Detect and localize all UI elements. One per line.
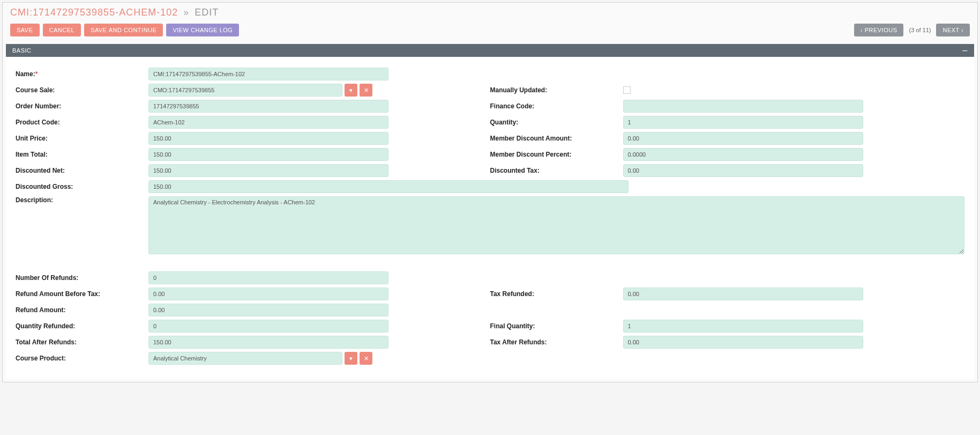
close-icon: ✕ — [364, 87, 369, 94]
quantity-refunded-field[interactable] — [148, 320, 388, 333]
label-finance-code: Finance Code: — [490, 102, 623, 110]
label-tax-after-refunds: Tax After Refunds: — [490, 338, 623, 346]
label-item-total: Item Total: — [16, 151, 148, 158]
page-mode: EDIT — [194, 7, 219, 18]
pin-icon: ▾ — [349, 87, 353, 94]
member-discount-amount-field[interactable] — [623, 132, 863, 145]
label-refund-before-tax: Refund Amount Before Tax: — [16, 290, 148, 298]
unit-price-field[interactable] — [148, 132, 388, 145]
cancel-button[interactable]: CANCEL — [43, 24, 81, 36]
title-separator: » — [183, 7, 189, 18]
chevron-right-icon: › — [961, 27, 963, 33]
label-discounted-gross: Discounted Gross: — [16, 183, 148, 190]
label-total-after-refunds: Total After Refunds: — [16, 338, 148, 346]
total-after-refunds-field[interactable] — [148, 336, 388, 349]
label-course-sale: Course Sale: — [16, 86, 148, 94]
discounted-tax-field[interactable] — [623, 164, 863, 177]
section-title: BASIC — [12, 47, 32, 54]
product-code-field[interactable] — [148, 116, 388, 129]
manually-updated-checkbox[interactable] — [623, 86, 631, 94]
label-discounted-tax: Discounted Tax: — [490, 167, 623, 174]
collapse-icon[interactable]: – — [963, 48, 968, 53]
view-change-log-button[interactable]: VIEW CHANGE LOG — [166, 24, 239, 36]
discounted-net-field[interactable] — [148, 164, 388, 177]
label-name: Name:* — [16, 70, 148, 78]
member-discount-percent-field[interactable] — [623, 148, 863, 161]
page-header: CMI:17147297539855-ACHEM-102 » EDIT — [3, 3, 977, 21]
label-unit-price: Unit Price: — [16, 135, 148, 142]
course-sale-field[interactable] — [148, 84, 342, 97]
previous-label: PREVIOUS — [865, 27, 897, 33]
record-title: CMI:17147297539855-ACHEM-102 — [10, 7, 178, 18]
course-product-field[interactable] — [148, 352, 342, 365]
refund-before-tax-field[interactable] — [148, 287, 388, 300]
close-icon: ✕ — [364, 355, 369, 362]
next-label: NEXT — [942, 27, 959, 33]
tax-refunded-field[interactable] — [623, 287, 863, 300]
label-final-quantity: Final Quantity: — [490, 322, 623, 330]
label-refund-amount: Refund Amount: — [16, 306, 148, 314]
refund-amount-field[interactable] — [148, 304, 388, 316]
label-discounted-net: Discounted Net: — [16, 167, 148, 174]
save-button[interactable]: SAVE — [10, 24, 40, 36]
next-button[interactable]: NEXT › — [936, 24, 970, 36]
label-product-code: Product Code: — [16, 119, 148, 126]
final-quantity-field[interactable] — [623, 320, 863, 333]
item-total-field[interactable] — [148, 148, 388, 161]
label-tax-refunded: Tax Refunded: — [490, 290, 623, 298]
name-field[interactable] — [148, 68, 388, 80]
label-number-refunds: Number Of Refunds: — [16, 274, 148, 282]
order-number-field[interactable] — [148, 100, 388, 113]
tax-after-refunds-field[interactable] — [623, 336, 863, 349]
course-sale-clear-button[interactable]: ✕ — [360, 84, 372, 97]
label-order-number: Order Number: — [16, 102, 148, 110]
label-description: Description: — [16, 196, 148, 204]
form-body: Name:* Course Sale: ▾ ✕ Manually Updated… — [6, 57, 974, 379]
pager-position: (3 of 11) — [907, 27, 933, 33]
finance-code-field[interactable] — [623, 100, 863, 113]
course-sale-pin-button[interactable]: ▾ — [345, 84, 357, 97]
save-continue-button[interactable]: SAVE AND CONTINUE — [84, 24, 163, 36]
pin-icon: ▾ — [349, 355, 353, 362]
description-field[interactable] — [148, 196, 964, 254]
label-quantity: Quantity: — [490, 119, 623, 126]
quantity-field[interactable] — [623, 116, 863, 129]
course-product-pin-button[interactable]: ▾ — [345, 352, 357, 365]
number-refunds-field[interactable] — [148, 271, 388, 284]
course-product-clear-button[interactable]: ✕ — [360, 352, 372, 365]
discounted-gross-field[interactable] — [148, 180, 629, 193]
label-member-discount-percent: Member Discount Percent: — [490, 151, 623, 158]
label-course-product: Course Product: — [16, 355, 148, 362]
label-member-discount-amount: Member Discount Amount: — [490, 135, 623, 142]
label-quantity-refunded: Quantity Refunded: — [16, 322, 148, 330]
label-manually-updated: Manually Updated: — [490, 86, 623, 94]
previous-button[interactable]: ‹ PREVIOUS — [854, 24, 903, 36]
chevron-left-icon: ‹ — [861, 27, 863, 33]
section-header-basic[interactable]: BASIC – — [6, 44, 974, 57]
